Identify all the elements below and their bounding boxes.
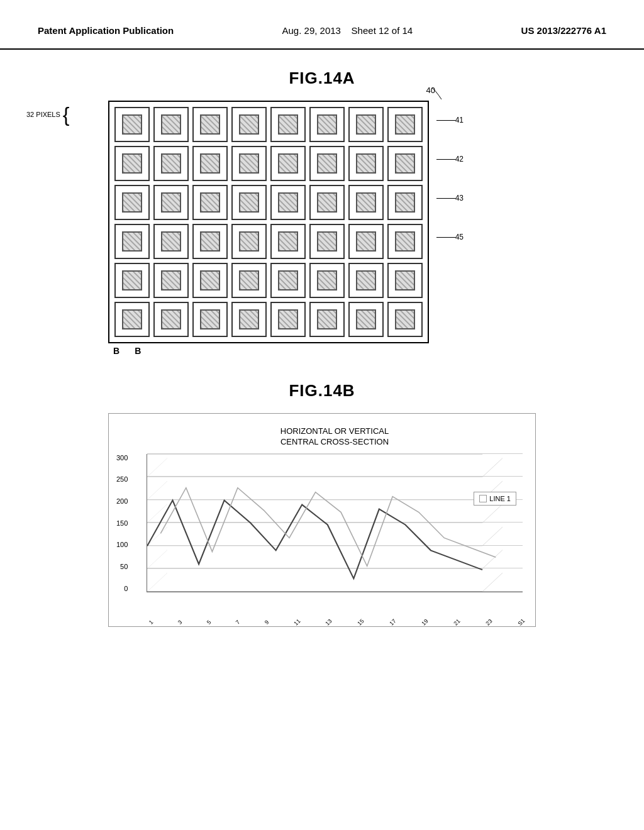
row-label-empty-6: [436, 296, 464, 335]
x-label-9: 9: [263, 619, 270, 626]
pixel-inner: [356, 309, 376, 329]
x-label-11: 11: [292, 617, 301, 626]
b-label-1: B: [113, 346, 119, 356]
pixel-inner: [395, 114, 415, 135]
bb-labels: B B: [113, 346, 536, 356]
pixel-inner: [317, 114, 337, 135]
pixel-inner: [395, 231, 415, 252]
pixel-inner: [200, 270, 220, 290]
pixel-inner: [200, 192, 220, 213]
chart-inner: 1 3 5 7 9 11 13 15 17 19 21 23 S: [147, 454, 523, 592]
pixel-cell: [231, 263, 267, 298]
pixel-cell: [153, 224, 189, 259]
pixel-cell: [348, 185, 384, 220]
pixel-inner: [317, 231, 337, 252]
pixel-cell: [114, 302, 150, 337]
brace-icon: {: [63, 106, 70, 124]
pixel-inner: [278, 309, 298, 329]
y-label-250: 250: [116, 475, 128, 483]
label-line: [436, 159, 455, 160]
pixel-cell: [270, 185, 306, 220]
pixel-cell: [309, 185, 345, 220]
pixel-cell: [192, 263, 228, 298]
x-label-1: 1: [148, 619, 155, 626]
svg-line-21: [482, 573, 502, 592]
publication-date-sheet: Aug. 29, 2013 Sheet 12 of 14: [282, 25, 413, 36]
x-label-5: 5: [206, 619, 213, 626]
pixel-inner: [356, 114, 376, 135]
pixel-cell: [309, 146, 345, 181]
pixel-inner: [395, 270, 415, 290]
pixel-cell: [348, 146, 384, 181]
pixel-row-2: [114, 146, 423, 181]
pixel-inner: [161, 114, 181, 135]
pixel-cell: [270, 263, 306, 298]
pixel-cell: [387, 146, 423, 181]
label-41-text: 41: [455, 116, 464, 124]
chart-box: HORIZONTAL OR VERTICAL CENTRAL CROSS-SEC…: [108, 413, 536, 627]
pixel-grid: [108, 101, 429, 343]
pixel-inner: [278, 153, 298, 174]
pixel-cell: [192, 185, 228, 220]
x-label-s1: S1: [516, 617, 526, 627]
pixel-inner: [356, 270, 376, 290]
grid-outer-wrapper: 40: [108, 101, 429, 343]
pixel-cell: [270, 107, 306, 142]
pixel-cell: [231, 107, 267, 142]
pixel-cell: [309, 302, 345, 337]
chart-svg: [147, 454, 523, 592]
pixel-inner: [122, 153, 142, 174]
fig14a-container: 32 PIXELS { 40: [108, 101, 536, 356]
y-label-100: 100: [116, 541, 128, 548]
chart-line-front: [147, 500, 482, 578]
pixel-cell: [270, 302, 306, 337]
pixel-cell: [270, 146, 306, 181]
pixel-cell: [387, 224, 423, 259]
chart-area: 300 250 200 150 100 50 0: [147, 454, 523, 592]
pixel-inner: [239, 192, 259, 213]
svg-line-1: [147, 550, 167, 568]
label-40-curve: [429, 87, 448, 101]
pixel-cell: [114, 146, 150, 181]
x-label-7: 7: [234, 619, 241, 626]
pixel-cell: [192, 224, 228, 259]
pixel-inner: [395, 309, 415, 329]
x-axis-labels: 1 3 5 7 9 11 13 15 17 19 21 23 S: [147, 620, 523, 626]
row-label-empty-5: [436, 257, 464, 296]
pixel-cell: [231, 302, 267, 337]
pixel-inner: [122, 309, 142, 329]
pixel-grid-wrapper: 32 PIXELS { 40: [108, 101, 536, 343]
x-label-21: 21: [453, 617, 462, 626]
pixel-inner: [200, 153, 220, 174]
pixel-cell: [309, 263, 345, 298]
pixel-cell: [348, 107, 384, 142]
row-label-42: 42: [436, 140, 464, 179]
pixel-cell: [153, 146, 189, 181]
pixel-row-6: [114, 302, 423, 337]
pixel-cell: [270, 224, 306, 259]
pixel-inner: [122, 192, 142, 213]
pixel-cell: [192, 107, 228, 142]
y-label-0: 0: [116, 585, 128, 592]
svg-line-5: [147, 458, 167, 477]
y-label-300: 300: [116, 454, 128, 462]
pixel-row-3: [114, 185, 423, 220]
fig14b-container: HORIZONTAL OR VERTICAL CENTRAL CROSS-SEC…: [108, 413, 536, 627]
pixel-cell: [114, 224, 150, 259]
x-label-13: 13: [325, 617, 333, 626]
pixel-cell: [153, 185, 189, 220]
pixel-inner: [239, 231, 259, 252]
pixel-inner: [161, 153, 181, 174]
row-label-43: 43: [436, 179, 464, 218]
y-label-50: 50: [116, 563, 128, 570]
row-labels: 41 42 43: [436, 101, 464, 343]
label-line: [436, 198, 455, 199]
pixel-cell: [348, 263, 384, 298]
pixel-cell: [153, 263, 189, 298]
page-header: Patent Application Publication Aug. 29, …: [0, 0, 644, 50]
pixel-inner: [317, 309, 337, 329]
publication-label: Patent Application Publication: [38, 25, 174, 36]
chart-title-line1: HORIZONTAL OR VERTICAL: [280, 426, 389, 436]
legend-label: LINE 1: [489, 495, 511, 502]
pixel-inner: [395, 192, 415, 213]
